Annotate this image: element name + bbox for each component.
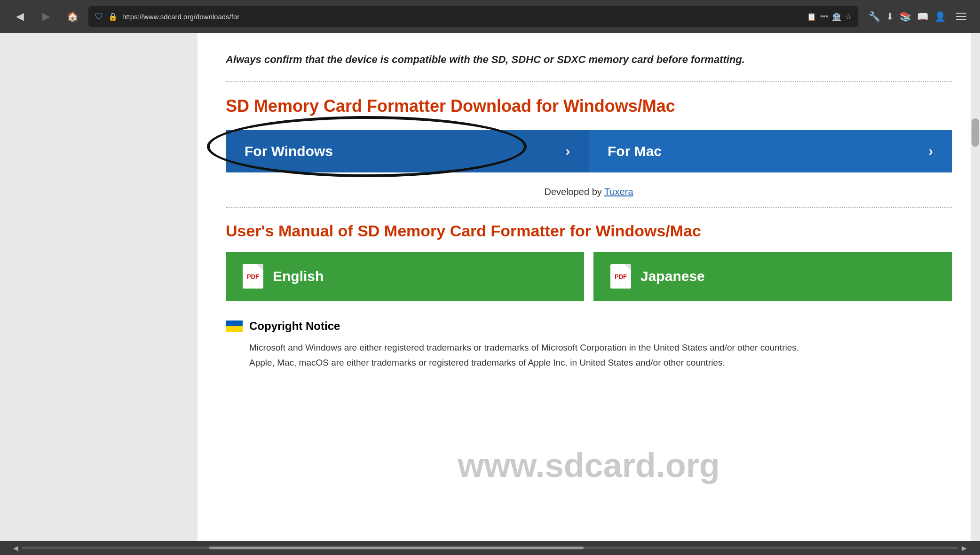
pdf-icon-english: PDF xyxy=(243,264,263,289)
japanese-label: Japanese xyxy=(640,268,705,284)
divider-1 xyxy=(226,81,952,82)
horizontal-scroll-track[interactable] xyxy=(22,547,958,549)
back-button[interactable]: ◀ xyxy=(9,6,30,27)
horizontal-scroll-thumb[interactable] xyxy=(209,547,584,549)
for-mac-button[interactable]: For Mac › xyxy=(589,130,952,172)
bottom-bar: ◀ ▶ xyxy=(0,541,980,555)
divider-2 xyxy=(226,207,952,208)
tuxera-link[interactable]: Tuxera xyxy=(604,187,633,197)
download-icon[interactable]: ⬇ xyxy=(886,11,894,22)
bookmark-icon[interactable]: ☆ xyxy=(845,12,852,21)
notice-text: Always confirm that the device is compat… xyxy=(226,52,952,67)
watermark: www.sdcard.org xyxy=(458,446,719,485)
address-bar[interactable]: 🛡 🔒 https://www.sdcard.org/downloads/for… xyxy=(88,6,858,27)
scroll-left-button[interactable]: ◀ xyxy=(9,544,22,552)
manual-section-title: User's Manual of SD Memory Card Formatte… xyxy=(226,222,952,240)
url-text: https://www.sdcard.org/downloads/for xyxy=(122,13,802,21)
ukraine-flag-icon xyxy=(226,320,243,332)
toolbar-icons: 🔧 ⬇ 📚 📖 👤 xyxy=(869,7,971,26)
library-icon[interactable]: 📚 xyxy=(900,11,911,22)
scrollbar-thumb[interactable] xyxy=(972,118,979,147)
menu-button[interactable] xyxy=(952,7,971,26)
lock-icon: 🔒 xyxy=(108,12,118,21)
pocket-icon[interactable]: 🏦 xyxy=(832,12,841,21)
tools-icon[interactable]: 🔧 xyxy=(869,11,880,22)
more-btn[interactable]: ••• xyxy=(820,12,828,21)
download-buttons: For Windows › For Mac › xyxy=(226,130,952,172)
address-bar-icons: 📋 ••• 🏦 ☆ xyxy=(807,12,852,21)
pdf-icon-japanese: PDF xyxy=(610,264,631,289)
english-label: English xyxy=(273,268,324,284)
reader-icon[interactable]: 📖 xyxy=(917,11,929,22)
mac-arrow-icon: › xyxy=(929,144,933,159)
manual-buttons: PDF English PDF Japanese xyxy=(226,252,952,301)
home-button[interactable]: 🏠 xyxy=(62,6,83,27)
copyright-title: Copyright Notice xyxy=(249,320,340,333)
browser-body: Always confirm that the device is compat… xyxy=(0,33,980,541)
developed-by: Developed by Tuxera xyxy=(226,187,952,197)
english-manual-button[interactable]: PDF English xyxy=(226,252,584,301)
copyright-text: Microsoft and Windows are either registe… xyxy=(226,340,952,371)
for-windows-button[interactable]: For Windows › xyxy=(226,130,589,172)
bottom-scroll: ◀ ▶ xyxy=(9,544,971,552)
forward-button[interactable]: ▶ xyxy=(36,6,56,27)
scrollbar-track[interactable] xyxy=(971,33,980,541)
copyright-line1: Microsoft and Windows are either registe… xyxy=(249,340,952,355)
windows-arrow-icon: › xyxy=(566,144,570,159)
copyright-header: Copyright Notice xyxy=(226,320,952,333)
download-section-title: SD Memory Card Formatter Download for Wi… xyxy=(226,96,952,116)
for-mac-label: For Mac xyxy=(608,143,662,159)
for-windows-label: For Windows xyxy=(245,143,333,159)
scroll-right-button[interactable]: ▶ xyxy=(958,544,971,552)
shield-icon: 🛡 xyxy=(95,12,103,22)
browser-chrome: ◀ ▶ 🏠 🛡 🔒 https://www.sdcard.org/downloa… xyxy=(0,0,980,33)
copyright-line2: Apple, Mac, macOS are either trademarks … xyxy=(249,355,952,370)
left-sidebar xyxy=(0,33,198,541)
clipboard-icon[interactable]: 📋 xyxy=(807,12,816,21)
japanese-manual-button[interactable]: PDF Japanese xyxy=(593,252,952,301)
profile-icon[interactable]: 👤 xyxy=(934,11,946,22)
copyright-section: Copyright Notice Microsoft and Windows a… xyxy=(226,320,952,371)
main-content: Always confirm that the device is compat… xyxy=(198,33,980,541)
